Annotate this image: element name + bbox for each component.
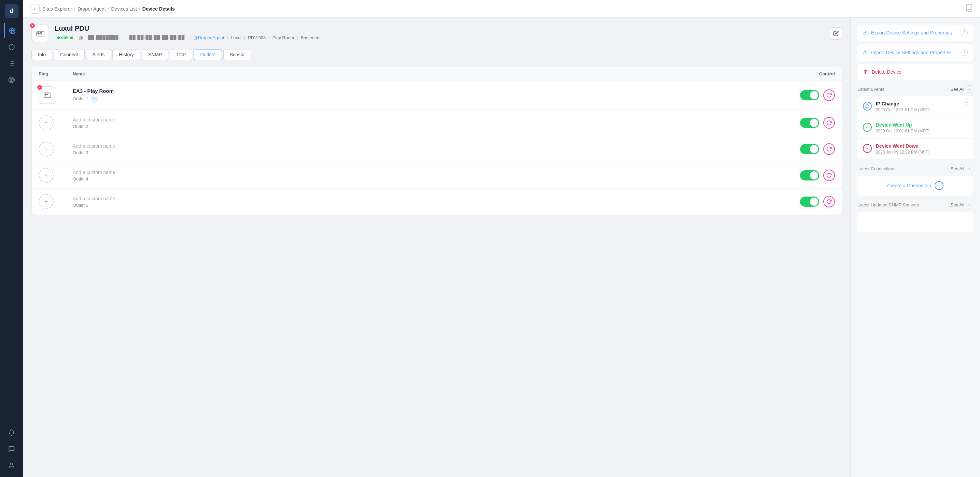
outlet-name-placeholder-4[interactable]: Add a custom name — [73, 170, 767, 175]
table-row: ✕ EA3 - Play Room Outle — [32, 81, 842, 110]
event-content-went-up: Device Went Up 2023 Oct 12 01:01 PM (MDT… — [876, 122, 929, 133]
tab-connect[interactable]: Connect — [54, 49, 84, 60]
sidebar-item-person[interactable] — [4, 458, 19, 473]
connections-see-all[interactable]: See All › — [951, 165, 973, 172]
tab-snmp[interactable]: SNMP — [142, 49, 168, 60]
svg-point-11 — [11, 463, 13, 465]
svg-point-10 — [11, 79, 12, 80]
outlet-name-1: EA3 - Play Room — [73, 88, 767, 94]
table-header: Plug Name Control — [32, 67, 842, 81]
toggle-knob-3 — [810, 145, 818, 153]
latest-connections-title: Latest Connections — [858, 166, 895, 171]
outlet-name-area-1: EA3 - Play Room Outlet 1 + — [73, 88, 767, 103]
outlet-add-btn-1[interactable]: + — [91, 95, 98, 103]
outlet-refresh-3[interactable] — [823, 143, 835, 155]
tab-info[interactable]: Info — [32, 49, 52, 60]
sidebar-item-cube[interactable] — [4, 40, 19, 55]
tab-tcp[interactable]: TCP — [170, 49, 192, 60]
outlet-add-plug-3[interactable]: + — [38, 142, 54, 157]
main-area: ‹ Sites Explorer / Draper Agent / Device… — [23, 0, 980, 477]
import-help-icon[interactable]: ? — [961, 49, 968, 56]
agent-link[interactable]: @Draper Agent — [194, 35, 224, 40]
events-see-all[interactable]: See All › — [951, 85, 973, 93]
device-icon: ✕ — [32, 25, 49, 42]
event-title-went-up: Device Went Up — [876, 122, 929, 128]
outlet-toggle-4[interactable] — [800, 170, 819, 181]
latest-events-header: Latest Events See All › — [858, 85, 973, 93]
app-logo: d — [5, 4, 18, 18]
breadcrumb-sites[interactable]: Sites Explorer — [42, 6, 72, 12]
outlet-plug-1[interactable]: ✕ — [38, 86, 56, 104]
col-plug: Plug — [38, 71, 73, 76]
svg-point-14 — [38, 33, 39, 34]
device-icon-badge: ✕ — [30, 23, 35, 28]
device-header: ✕ Luxul PDU online — [32, 25, 842, 42]
tab-outlets[interactable]: Outlets — [194, 49, 222, 60]
svg-point-20 — [45, 94, 46, 95]
outlet-toggle-1[interactable] — [800, 90, 819, 100]
outlet-add-plug-2[interactable]: + — [38, 115, 54, 130]
sidebar-item-list[interactable] — [4, 56, 19, 71]
import-link[interactable]: Import Device Settings and Properties — [871, 50, 958, 55]
tab-history[interactable]: History — [112, 49, 140, 60]
left-panel: ✕ Luxul PDU online — [23, 18, 850, 477]
svg-rect-21 — [47, 94, 48, 95]
snmp-card — [858, 212, 973, 232]
outlet-add-plug-5[interactable]: + — [38, 194, 54, 209]
outlet-refresh-4[interactable] — [823, 170, 835, 181]
outlets-table: Plug Name Control ✕ — [32, 67, 842, 215]
sidebar-item-globe[interactable] — [4, 23, 19, 38]
outlet-add-plug-4[interactable]: + — [38, 168, 54, 183]
device-info: Luxul PDU online @ ██ ███████ | ██ ██-██… — [55, 25, 824, 41]
outlet-name-area-3: Add a custom name Outlet 3 — [73, 143, 767, 155]
latest-events-title: Latest Events — [858, 87, 885, 92]
table-row: + Add a custom name Outlet 5 — [32, 189, 842, 215]
export-icon — [863, 30, 868, 36]
outlet-toggle-3[interactable] — [800, 144, 819, 154]
sidebar-item-bell[interactable] — [4, 425, 19, 440]
latest-connections-header: Latest Connections See All › — [858, 165, 973, 172]
outlet-name-placeholder-3[interactable]: Add a custom name — [73, 143, 767, 149]
device-ip: ██ ███████ — [86, 35, 121, 40]
event-icon-ip-change — [863, 102, 872, 111]
outlet-refresh-2[interactable] — [823, 117, 835, 128]
delete-action[interactable]: 🗑 Delete Device — [858, 64, 973, 80]
tab-alerts[interactable]: Alerts — [86, 49, 111, 60]
breadcrumb-devices[interactable]: Devices List — [111, 6, 137, 12]
snmp-see-all[interactable]: See All › — [951, 201, 973, 209]
outlet-label-4: Outlet 4 — [73, 176, 767, 182]
outlet-name-placeholder-5[interactable]: Add a custom name — [73, 196, 767, 201]
sidebar-item-chat[interactable] — [4, 442, 19, 456]
svg-point-9 — [10, 78, 13, 82]
toggle-knob-5 — [810, 198, 818, 206]
breadcrumb-agent[interactable]: Draper Agent — [78, 6, 106, 12]
create-connection-label[interactable]: Create a Connection — [887, 183, 931, 189]
device-location1: Play Room — [272, 35, 294, 40]
device-meta: online @ ██ ███████ | ██ ██-██-██-██-██-… — [55, 35, 824, 41]
outlet-toggle-5[interactable] — [800, 197, 819, 207]
outlet-controls-5 — [767, 196, 835, 208]
back-button[interactable]: ‹ — [30, 4, 40, 14]
event-went-up: Device Went Up 2023 Oct 12 01:01 PM (MDT… — [858, 117, 973, 138]
outlet-refresh-5[interactable] — [823, 196, 835, 208]
export-link[interactable]: Export Device Settings and Properties — [871, 30, 958, 35]
export-help-icon[interactable]: ? — [961, 29, 968, 36]
outlet-controls-3 — [767, 143, 835, 155]
event-time-went-down: 2023 Jan 09 12:22 PM (MST) — [876, 150, 929, 155]
tab-sensor[interactable]: Sensor — [223, 49, 251, 60]
book-icon[interactable] — [965, 4, 973, 14]
outlet-name-placeholder-2[interactable]: Add a custom name — [73, 117, 767, 122]
latest-snmp-header: Latest Updated SNMP Sensors See All › — [858, 201, 973, 209]
create-connection-button[interactable]: + — [935, 181, 943, 190]
outlet-toggle-2[interactable] — [800, 118, 819, 128]
delete-icon: 🗑 — [863, 69, 868, 75]
latest-snmp-title: Latest Updated SNMP Sensors — [858, 202, 919, 208]
edit-button[interactable] — [830, 27, 842, 40]
events-chevron: › — [966, 85, 973, 93]
outlet-controls-1 — [767, 89, 835, 101]
sidebar-item-target[interactable] — [4, 72, 19, 87]
outlet-refresh-1[interactable] — [823, 89, 835, 101]
device-location2: Basement — [301, 35, 321, 40]
status-dot — [57, 36, 60, 39]
outlet-error-badge-1: ✕ — [37, 85, 42, 90]
